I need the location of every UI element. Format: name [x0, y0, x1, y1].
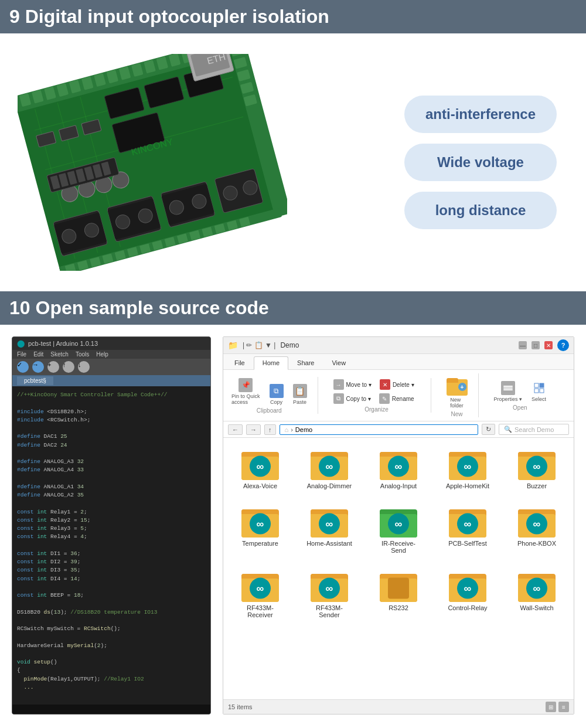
search-field[interactable]: 🔍 Search Demo: [499, 424, 569, 435]
folder-item[interactable]: ∞Control-Relay: [438, 567, 498, 622]
refresh-button[interactable]: ↻: [482, 424, 495, 435]
code-line: //++KincOony Smart Controller Sample Cod…: [17, 391, 206, 399]
address-field[interactable]: ⌂ › Demo: [280, 424, 479, 435]
code-line: #include <RCSwitch.h>;: [17, 416, 206, 424]
back-button[interactable]: ←: [228, 424, 243, 435]
verify-button[interactable]: ✓: [17, 361, 29, 373]
ribbon-tab-share[interactable]: Share: [288, 356, 323, 369]
code-line: {: [17, 666, 206, 675]
folder-name: Phone-KBOX: [517, 540, 556, 547]
arduino-logo: ∞: [457, 456, 478, 477]
help-button[interactable]: ?: [557, 339, 569, 351]
code-line: #define ANALOG_A2 35: [17, 491, 206, 499]
forward-button[interactable]: →: [246, 424, 261, 435]
code-line: HardwareSerial mySerial(2);: [17, 642, 206, 650]
arduino-logo: ∞: [457, 578, 478, 599]
folder-icon: ∞: [518, 448, 556, 480]
folder-name: Analog-Dimmer: [307, 482, 352, 489]
code-line: [17, 617, 206, 625]
folder-item[interactable]: ∞IR-Receive-Send: [369, 502, 428, 557]
save-button[interactable]: ↓: [78, 361, 90, 373]
folder-item[interactable]: ∞RF433M-Receiver: [230, 567, 290, 622]
menu-edit[interactable]: Edit: [33, 351, 43, 358]
rename-button[interactable]: ✎ Rename: [376, 392, 418, 405]
bottom-bar: [12, 705, 210, 715]
ribbon-tab-home[interactable]: Home: [254, 356, 288, 370]
grid-view-button[interactable]: ⊞: [546, 702, 556, 712]
folder-item[interactable]: ∞Apple-HomeKit: [438, 445, 498, 493]
code-line: [17, 542, 206, 550]
folder-item[interactable]: ∞Phone-KBOX: [507, 502, 567, 557]
folder-name: IR-Receive-Send: [375, 540, 422, 554]
folder-item[interactable]: ∞PCB-SelfTest: [438, 502, 498, 557]
folder-item[interactable]: ∞Wall-Switch: [507, 567, 567, 622]
upload-button[interactable]: →: [32, 361, 44, 373]
code-line: const int BEEP = 18;: [17, 591, 206, 600]
code-line: #define ANALOG_A3 32: [17, 458, 206, 466]
folder-name: Home-Assistant: [306, 540, 352, 547]
menu-sketch[interactable]: Sketch: [50, 351, 69, 358]
folder-name: PCB-SelfTest: [448, 540, 486, 547]
svg-rect-84: [534, 389, 539, 393]
folder-name: RF433M-Receiver: [237, 604, 284, 618]
folder-item[interactable]: ∞Home-Assistant: [299, 502, 359, 557]
ribbon-tab-view[interactable]: View: [323, 356, 355, 369]
ribbon-tab-file[interactable]: File: [226, 356, 254, 369]
folder-item[interactable]: RS232: [369, 567, 428, 622]
svg-rect-85: [540, 389, 544, 393]
new-folder-button[interactable]: + Newfolder: [443, 373, 471, 410]
arduino-tab[interactable]: pcbtest§: [17, 376, 53, 385]
arduino-title-bar: ⬤ pcb-test | Arduino 1.0.13: [12, 337, 210, 350]
folder-item[interactable]: ∞Temperature: [230, 502, 290, 557]
fe-window-controls: — □ ✕ ?: [519, 339, 569, 351]
section9-body: ETH: [0, 33, 586, 291]
feature-pill-1: anti-interference: [404, 96, 557, 133]
svg-rect-82: [534, 383, 539, 387]
fe-title-bar: 📁 | ✏ 📋 ▼ | Demo — □ ✕ ?: [223, 337, 574, 354]
view-icons: ⊞ ≡: [546, 702, 569, 712]
menu-help[interactable]: Help: [96, 351, 108, 358]
folder-name: Wall-Switch: [520, 604, 553, 611]
code-line: const int DI4 = 14;: [17, 575, 206, 583]
folder-icon: ∞: [380, 448, 417, 480]
clipboard-label: Clipboard: [257, 407, 282, 414]
copy-to-icon: ⧉: [333, 393, 344, 404]
arduino-menu-bar[interactable]: File Edit Sketch Tools Help: [12, 350, 210, 359]
open-button[interactable]: ↑: [63, 361, 74, 373]
pin-to-quick-access-button[interactable]: 📌 Pin to Quickaccess: [228, 377, 264, 406]
menu-tools[interactable]: Tools: [76, 351, 89, 358]
maximize-button[interactable]: □: [532, 341, 540, 349]
list-view-button[interactable]: ≡: [558, 702, 569, 712]
up-button[interactable]: ↑: [264, 424, 276, 435]
ribbon-group-organize: → Move to ▾ ✕ Delete ▾ ⧉ Copy to ▾ ✎: [330, 378, 431, 413]
folder-icon: ∞: [241, 448, 279, 480]
delete-button[interactable]: ✕ Delete ▾: [376, 378, 418, 391]
copy-icon: ⧉: [270, 384, 284, 398]
arduino-logo: ∞: [526, 456, 547, 477]
menu-file[interactable]: File: [17, 351, 26, 358]
close-button[interactable]: ✕: [544, 341, 553, 349]
select-button[interactable]: Select: [528, 380, 550, 403]
new-button[interactable]: +: [47, 361, 59, 373]
paste-button[interactable]: 📋 Paste: [289, 383, 311, 406]
folder-item[interactable]: ∞Buzzer: [507, 445, 567, 493]
folder-item[interactable]: ∞RF433M-Sender: [299, 567, 359, 622]
properties-button[interactable]: Properties ▾: [490, 380, 526, 403]
move-to-button[interactable]: → Move to ▾: [330, 378, 375, 391]
code-line: const int DI1 = 36;: [17, 550, 206, 558]
folder-item[interactable]: ∞Analog-Dimmer: [299, 445, 359, 493]
copy-to-button[interactable]: ⧉ Copy to ▾: [330, 392, 374, 405]
code-line: [17, 499, 206, 508]
folder-item[interactable]: ∞Analog-Input: [369, 445, 428, 493]
arduino-logo: ∞: [250, 578, 271, 599]
ribbon-content: 📌 Pin to Quickaccess ⧉ Copy 📋 Paste: [223, 369, 574, 421]
ribbon-tabs: File Home Share View: [223, 354, 574, 369]
arduino-logo: ∞: [526, 513, 547, 535]
code-line: const int DI2 = 39;: [17, 558, 206, 566]
minimize-button[interactable]: —: [519, 341, 527, 349]
copy-button[interactable]: ⧉ Copy: [266, 383, 287, 406]
folder-item[interactable]: ∞Alexa-Voice: [230, 445, 290, 493]
arduino-logo: ∞: [319, 513, 340, 535]
code-line: [17, 450, 206, 458]
arduino-logo: ∞: [457, 513, 478, 535]
